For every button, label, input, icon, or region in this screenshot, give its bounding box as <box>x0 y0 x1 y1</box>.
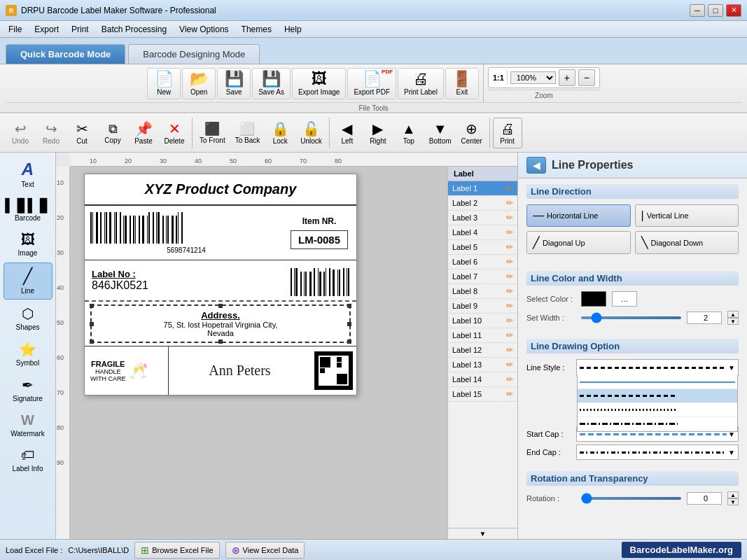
export-image-btn[interactable]: 🖼 Export Image <box>292 68 346 99</box>
unlock-btn[interactable]: 🔓 Unlock <box>296 118 326 147</box>
label-item-13[interactable]: Label 13 ✏ <box>448 358 517 372</box>
delete-btn[interactable]: ✕ Delete <box>160 118 189 147</box>
rotation-spin-down[interactable]: ▼ <box>727 498 739 505</box>
label-item-9[interactable]: Label 9 ✏ <box>448 299 517 314</box>
panel-header: ◀ Line Properties <box>518 153 747 178</box>
horizontal-line-btn[interactable]: — Horizontal Line <box>526 204 631 227</box>
diagonal-down-btn[interactable]: ╲ Diagonal Down <box>635 231 739 254</box>
align-center-btn[interactable]: ⊕ Center <box>457 118 487 147</box>
to-front-btn[interactable]: ⬛ To Front <box>195 119 230 146</box>
tool-label-info[interactable]: 🏷 Label Info <box>4 443 53 477</box>
menu-help[interactable]: Help <box>279 23 307 36</box>
save-as-btn[interactable]: 💾 Save As <box>252 68 291 99</box>
width-slider[interactable] <box>581 316 681 319</box>
tool-symbol[interactable]: ⭐ Symbol <box>4 337 53 371</box>
label-item-14[interactable]: Label 14 ✏ <box>448 372 517 387</box>
print-btn[interactable]: 🖨 Print <box>493 118 522 148</box>
align-left-btn[interactable]: ◀ Left <box>333 118 362 147</box>
label-item-7[interactable]: Label 7 ✏ <box>448 270 517 284</box>
b24 <box>135 216 136 244</box>
diag-down-icon: ╲ <box>641 236 648 249</box>
tool-signature[interactable]: ✒ Signature <box>4 372 53 407</box>
lock-btn[interactable]: 🔒 Lock <box>265 118 295 147</box>
label-item-12[interactable]: Label 12 ✏ <box>448 343 517 358</box>
maximize-btn[interactable]: □ <box>708 4 723 17</box>
line-color-title: Line Color and Width <box>526 271 739 286</box>
rotation-spin-up[interactable]: ▲ <box>727 491 739 498</box>
label-item-10[interactable]: Label 10 ✏ <box>448 314 517 328</box>
tool-image[interactable]: 🖼 Image <box>4 227 53 261</box>
label-item-3[interactable]: Label 3 ✏ <box>448 211 517 225</box>
color-swatch[interactable] <box>581 291 606 307</box>
c23 <box>333 270 335 296</box>
menu-themes[interactable]: Themes <box>236 23 277 36</box>
labels-scroll[interactable]: Label 1 ✏ Label 2 ✏ Label 3 ✏ Label 4 <box>448 181 517 528</box>
exit-btn[interactable]: 🚪 Exit <box>445 68 479 99</box>
rotation-slider[interactable] <box>581 497 681 500</box>
close-btn[interactable]: ✕ <box>726 4 741 17</box>
width-input[interactable] <box>687 312 722 324</box>
width-spin-up[interactable]: ▲ <box>727 311 739 318</box>
label-item-11[interactable]: Label 11 ✏ <box>448 328 517 343</box>
label-item-4[interactable]: Label 4 ✏ <box>448 225 517 240</box>
new-btn[interactable]: 📄 New <box>147 68 181 99</box>
color-dots-btn[interactable]: … <box>612 291 637 307</box>
print-label-btn[interactable]: 🖨 Print Label <box>398 68 444 99</box>
menu-view[interactable]: View Options <box>174 23 234 36</box>
align-bottom-btn[interactable]: ▼ Bottom <box>425 119 456 147</box>
undo-btn[interactable]: ↩ Undo <box>6 118 35 147</box>
minimize-btn[interactable]: ─ <box>690 4 705 17</box>
zoom-out-btn[interactable]: − <box>578 69 595 86</box>
save-btn[interactable]: 💾 Save <box>217 68 251 99</box>
copy-btn[interactable]: ⧉ Copy <box>98 120 127 146</box>
vertical-line-btn[interactable]: | Vertical Line <box>635 204 739 227</box>
label-item-2[interactable]: Label 2 ✏ <box>448 196 517 211</box>
menu-batch[interactable]: Batch Processing <box>96 23 172 36</box>
canvas-container[interactable]: XYZ Product Company <box>70 167 517 539</box>
tool-shapes[interactable]: ⬡ Shapes <box>4 301 53 335</box>
diag-up-icon: ╱ <box>533 236 540 249</box>
tool-watermark[interactable]: W Watermark <box>4 408 53 442</box>
export-pdf-btn[interactable]: PDF 📄 Export PDF <box>347 68 396 99</box>
tool-text[interactable]: A Text <box>4 155 53 192</box>
diagonal-up-btn[interactable]: ╱ Diagonal Up <box>526 231 631 254</box>
scroll-arrow-up[interactable]: ▼ <box>448 528 517 539</box>
style-option-solid[interactable] <box>578 375 737 389</box>
label-item-1[interactable]: Label 1 ✏ <box>448 181 517 196</box>
label-item-8[interactable]: Label 8 ✏ <box>448 284 517 299</box>
align-right-btn[interactable]: ▶ Right <box>363 118 393 147</box>
start-cap-preview <box>580 433 727 435</box>
menu-print[interactable]: Print <box>66 23 95 36</box>
browse-excel-btn[interactable]: ⊞ Browse Excel File <box>134 542 219 559</box>
cut-btn[interactable]: ✂ Cut <box>67 118 97 147</box>
tool-barcode[interactable]: ▌▐▌▌▐▌ Barcode <box>4 194 53 226</box>
redo-btn[interactable]: ↪ Redo <box>36 118 66 147</box>
undo-icon: ↩ <box>15 120 27 137</box>
zoom-in-btn[interactable]: + <box>559 69 575 86</box>
view-excel-btn[interactable]: ⊛ View Excel Data <box>225 542 305 559</box>
width-spin-down[interactable]: ▼ <box>727 318 739 325</box>
menu-export[interactable]: Export <box>29 23 64 36</box>
label-item-5[interactable]: Label 5 ✏ <box>448 240 517 255</box>
tab-quick-barcode[interactable]: Quick Barcode Mode <box>6 44 125 64</box>
align-top-btn[interactable]: ▲ Top <box>394 119 424 147</box>
menu-file[interactable]: File <box>3 23 27 36</box>
panel-scroll[interactable]: Line Direction — Horizontal Line | Verti… <box>518 178 747 539</box>
zoom-percent-select[interactable]: 100% 75% 50% 150% 200% <box>510 71 556 84</box>
label-item-6[interactable]: Label 6 ✏ <box>448 255 517 270</box>
rotation-input[interactable] <box>687 492 722 505</box>
paste-btn[interactable]: 📌 Paste <box>129 118 158 147</box>
to-back-btn[interactable]: ⬜ To Back <box>231 119 265 146</box>
end-cap-select[interactable]: ▼ <box>576 444 739 460</box>
panel-back-btn[interactable]: ◀ <box>526 157 546 174</box>
line-style-options <box>577 375 738 432</box>
tab-barcode-designing[interactable]: Barcode Designing Mode <box>128 44 260 64</box>
tool-line[interactable]: ╱ Line <box>4 262 53 300</box>
style-option-dashed[interactable] <box>578 389 737 403</box>
label-canvas[interactable]: XYZ Product Company <box>84 174 357 396</box>
line-style-dropdown[interactable]: ▼ <box>576 359 739 376</box>
style-option-dash-dot[interactable] <box>578 417 737 431</box>
open-btn[interactable]: 📂 Open <box>182 68 216 99</box>
style-option-dotted[interactable] <box>578 403 737 417</box>
label-item-15[interactable]: Label 15 ✏ <box>448 387 517 402</box>
